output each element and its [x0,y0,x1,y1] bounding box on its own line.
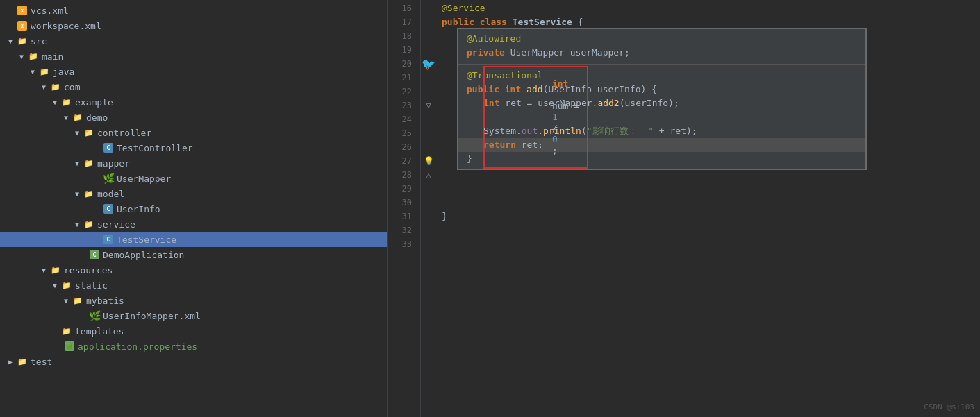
tree-arrow: ▼ [75,160,83,167]
tree-item-static[interactable]: ▼ 📁 static [0,278,387,293]
tree-label: mybatis [86,296,124,306]
tree-item-com[interactable]: ▼ 📁 com [0,79,387,94]
kw-public: public [442,15,474,29]
tree-label: application.properties [78,341,197,352]
tree-item-application-properties[interactable]: 🌿 application.properties [0,339,387,354]
code-editor: 16 17 18 19 20 21 22 23 24 25 26 27 28 2… [388,0,980,417]
popup-line-19: @Autowired [458,32,865,46]
out: out [522,124,538,138]
java-class-icon: C [89,249,100,260]
annotation-service: @Service [442,1,485,15]
tree-item-templates[interactable]: 📁 templates [0,323,387,339]
tree-item-src[interactable]: ▼ 📁 src [0,33,387,49]
popup-divider [458,64,865,65]
tree-label: workspace.xml [31,21,101,31]
code-line-33 [442,237,980,251]
method-add2: add2 [597,96,619,110]
tree-arrow: ▼ [8,37,17,45]
println: println [543,124,581,138]
line-num-24: 24 [388,112,412,126]
tree-item-mybatis[interactable]: ▼ 📁 mybatis [0,293,387,308]
folder-icon: 📁 [50,264,61,275]
line-num-28: 28 [388,168,412,182]
tree-arrow: ▼ [19,53,28,60]
tree-item-workspace-xml[interactable]: x workspace.xml [0,18,387,33]
gutter-23: ▽ [421,99,436,112]
folder-icon: 📁 [50,81,61,92]
line-num-18: 18 [388,29,412,43]
tree-label: demo [86,112,108,123]
code-line-31: } [442,210,980,223]
folder-icon: 📁 [17,35,28,46]
tree-item-demoapplication[interactable]: C DemoApplication [0,247,387,262]
folder-icon: 📁 [83,188,94,199]
tree-item-demo[interactable]: ▼ 📁 demo [0,110,387,125]
gutter-32 [421,223,436,237]
watermark: CSDN @s:103 [924,402,974,411]
gutter-28: △ [421,168,436,182]
tree-label: TestController [117,143,193,153]
tree-item-testservice[interactable]: C TestService [0,232,387,247]
popup-line-20: private UserMapper userMapper; [458,46,865,60]
folder-icon: 📁 [39,66,50,77]
tree-label: service [97,219,135,230]
line-num-32: 32 [388,223,412,237]
line-num-26: 26 [388,140,412,154]
system-out: System [483,124,516,138]
folder-icon: 📁 [83,219,94,230]
code-area[interactable]: @Service public class TestService { @Aut… [436,0,980,417]
tree-item-mapper[interactable]: ▼ 📁 mapper [0,155,387,171]
folder-icon: 📁 [61,325,72,337]
type-usermapper: UserMapper [510,46,565,60]
tree-item-model[interactable]: ▼ 📁 model [0,186,387,201]
code-line-32 [442,223,980,237]
tree-item-java[interactable]: ▼ 📁 java [0,64,387,79]
tree-arrow: ▼ [31,68,39,76]
tree-item-userinfomapper-xml[interactable]: 🌿 UserInfoMapper.xml [0,308,387,323]
tree-arrow: ▶ [8,358,17,366]
folder-icon: 📁 [17,356,28,367]
xml-icon: x [17,20,28,31]
tree-item-resources[interactable]: ▼ 📁 resources [0,262,387,278]
xml-icon: x [17,5,28,16]
tree-label: test [31,357,52,367]
line-num-27: 27 [388,154,412,168]
tree-label: example [75,97,113,108]
tree-item-controller[interactable]: ▼ 📁 controller [0,125,387,140]
tree-label: controller [97,128,151,138]
folder-icon: 📁 [28,51,39,62]
tree-label: UserInfo [117,204,160,214]
gutter-17 [421,15,436,29]
folder-icon: 📁 [72,112,83,123]
tree-item-testcontroller[interactable]: C TestController [0,140,387,155]
gutter-21 [421,71,436,85]
annotation-autowired: @Autowired [467,32,521,46]
tree-item-main[interactable]: ▼ 📁 main [0,49,387,64]
java-class-icon: C [103,234,114,245]
tree-label: static [75,280,108,291]
popup-line-27: return ret; [458,138,865,152]
gutter-22 [421,85,436,99]
tree-label: mapper [97,158,130,169]
tree-item-service[interactable]: ▼ 📁 service [0,216,387,232]
mapper-icon: 🌿 [103,173,114,184]
gutter-29 [421,182,436,196]
tree-item-test[interactable]: ▶ 📁 test [0,354,387,369]
line-num-17: 17 [388,15,412,29]
class-testservice: TestService [513,15,572,29]
tree-item-usermapper[interactable]: 🌿 UserMapper [0,171,387,186]
gutter-16 [421,1,436,15]
folder-icon: 📁 [72,295,83,306]
tree-arrow: ▼ [53,99,61,106]
gutter-area: 🐦 ▽ 💡 △ [421,0,436,417]
tree-label: vcs.xml [31,6,69,16]
closing-brace: } [442,210,447,223]
gutter-31 [421,210,436,223]
tree-item-example[interactable]: ▼ 📁 example [0,94,387,110]
code-line-16: @Service [442,1,980,15]
tree-item-userinfo[interactable]: C UserInfo [0,201,387,216]
gutter-30 [421,196,436,210]
java-class-icon: C [103,203,114,214]
tree-label: main [42,51,63,62]
tree-item-vcs-xml[interactable]: x vcs.xml [0,3,387,18]
